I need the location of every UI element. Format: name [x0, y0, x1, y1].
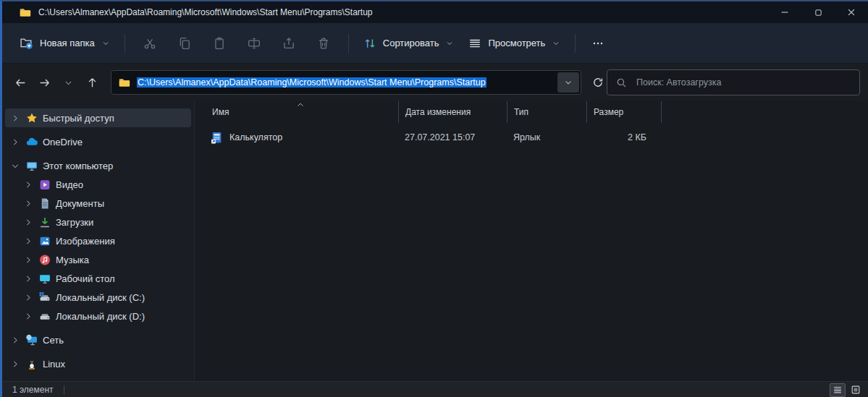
- recent-locations-button[interactable]: [57, 71, 79, 94]
- column-header-modified[interactable]: Дата изменения: [398, 101, 507, 123]
- chevron-right-icon[interactable]: [22, 199, 34, 208]
- more-options-button[interactable]: [583, 31, 613, 56]
- sidebar-item-label: OneDrive: [43, 137, 83, 148]
- toolbar-divider: [125, 34, 125, 53]
- chevron-right-icon[interactable]: [22, 293, 34, 302]
- sidebar-item-linux[interactable]: Linux: [5, 354, 191, 373]
- minimize-button[interactable]: [768, 1, 801, 23]
- column-header-label: Тип: [514, 107, 528, 117]
- cut-button[interactable]: [132, 30, 167, 56]
- sort-button[interactable]: Сортировать: [356, 31, 462, 56]
- folder-icon: [20, 7, 31, 18]
- paste-button[interactable]: [202, 30, 237, 56]
- copy-icon: [178, 37, 191, 50]
- back-button[interactable]: [9, 71, 31, 94]
- chevron-right-icon[interactable]: [22, 274, 34, 283]
- cut-icon: [143, 37, 156, 50]
- refresh-icon: [592, 77, 604, 88]
- sidebar-item-local-disk-d[interactable]: Локальный диск (D:): [5, 307, 191, 325]
- chevron-right-icon[interactable]: [22, 180, 34, 189]
- star-icon: [25, 112, 38, 124]
- file-list-pane: Имя Дата изменения Тип Размер: [195, 101, 868, 381]
- main-area: Быстрый доступ OneDrive Этот компьютер: [2, 101, 868, 381]
- share-button[interactable]: [271, 30, 306, 56]
- titlebar-title: C:\Users\Almanex\AppData\Roaming\Microso…: [2, 7, 373, 18]
- view-list-icon: [468, 37, 481, 50]
- paste-icon: [213, 37, 226, 50]
- downloads-icon: [38, 216, 51, 229]
- new-folder-label: Новая папка: [40, 38, 95, 48]
- sidebar-item-label: Быстрый доступ: [43, 113, 114, 124]
- address-input[interactable]: C:\Users\Almanex\AppData\Roaming\Microso…: [137, 77, 557, 87]
- sidebar-item-label: Рабочий стол: [56, 273, 115, 284]
- status-divider: [64, 385, 64, 394]
- column-header-size[interactable]: Размер: [586, 101, 661, 123]
- details-view-button[interactable]: [830, 383, 846, 397]
- sidebar-item-desktop[interactable]: Рабочий стол: [5, 269, 191, 288]
- file-type: Ярлык: [507, 132, 586, 142]
- sort-label: Сортировать: [383, 38, 439, 48]
- new-folder-button[interactable]: Новая папка: [12, 30, 117, 56]
- chevron-down-icon: [445, 39, 454, 48]
- address-path-selected-text: C:\Users\Almanex\AppData\Roaming\Microso…: [137, 77, 486, 87]
- delete-button[interactable]: [306, 30, 341, 56]
- chevron-right-icon[interactable]: [22, 312, 34, 321]
- search-box[interactable]: [607, 69, 860, 95]
- status-bar: 1 элемент: [2, 381, 868, 397]
- sidebar-item-label: Этот компьютер: [43, 161, 113, 171]
- forward-button[interactable]: [33, 71, 55, 94]
- maximize-icon: [814, 8, 823, 17]
- column-header-name[interactable]: Имя: [195, 101, 398, 123]
- chevron-down-icon: [64, 78, 73, 87]
- chevron-right-icon[interactable]: [22, 218, 34, 227]
- chevron-right-icon[interactable]: [9, 114, 21, 123]
- sidebar-item-documents[interactable]: Документы: [5, 194, 191, 213]
- up-button[interactable]: [81, 71, 103, 94]
- sidebar-item-this-pc[interactable]: Этот компьютер: [5, 156, 191, 175]
- chevron-right-icon[interactable]: [9, 359, 21, 369]
- file-name-cell: Калькулятор: [195, 132, 398, 144]
- sidebar-item-label: Видео: [56, 179, 83, 190]
- sidebar-item-videos[interactable]: Видео: [5, 175, 191, 194]
- sidebar-item-label: Linux: [43, 359, 65, 370]
- address-dropdown-button[interactable]: [557, 72, 579, 93]
- address-bar[interactable]: C:\Users\Almanex\AppData\Roaming\Microso…: [111, 70, 581, 95]
- column-header-label: Имя: [212, 107, 229, 117]
- folder-icon: [119, 77, 130, 88]
- sidebar-item-music[interactable]: Музыка: [5, 250, 191, 269]
- rename-button[interactable]: [237, 30, 271, 56]
- chevron-right-icon[interactable]: [9, 137, 21, 147]
- trash-icon: [317, 37, 330, 50]
- search-input[interactable]: [635, 77, 851, 88]
- sort-ascending-indicator: [296, 101, 305, 109]
- chevron-right-icon[interactable]: [9, 336, 21, 345]
- chevron-right-icon[interactable]: [22, 236, 34, 246]
- sidebar-item-quick-access[interactable]: Быстрый доступ: [5, 108, 191, 127]
- large-icons-view-button[interactable]: [848, 383, 864, 397]
- chevron-down-icon[interactable]: [9, 161, 21, 171]
- new-folder-icon: [20, 36, 33, 50]
- file-modified: 27.07.2021 15:07: [398, 132, 507, 142]
- details-view-icon: [833, 385, 843, 395]
- address-row: C:\Users\Almanex\AppData\Roaming\Microso…: [2, 64, 868, 101]
- drive-icon: [38, 310, 51, 323]
- chevron-down-icon: [552, 39, 560, 48]
- titlebar: C:\Users\Almanex\AppData\Roaming\Microso…: [2, 1, 868, 23]
- sidebar-item-downloads[interactable]: Загрузки: [5, 213, 191, 231]
- items-count: 1 элемент: [12, 385, 54, 395]
- chevron-right-icon[interactable]: [22, 255, 34, 265]
- ellipsis-icon: [592, 38, 604, 49]
- sidebar-item-network[interactable]: Сеть: [5, 330, 191, 349]
- view-button[interactable]: Просмотреть: [461, 31, 568, 56]
- desktop-icon: [38, 273, 51, 285]
- close-button[interactable]: [835, 1, 868, 23]
- sidebar-item-local-disk-c[interactable]: Локальный диск (C:): [5, 288, 191, 307]
- copy-button[interactable]: [167, 30, 202, 56]
- toolbar-divider: [348, 34, 349, 53]
- column-header-type[interactable]: Тип: [507, 101, 586, 123]
- maximize-button[interactable]: [801, 1, 835, 23]
- sidebar-item-onedrive[interactable]: OneDrive: [5, 132, 191, 151]
- file-row-calculator[interactable]: Калькулятор 27.07.2021 15:07 Ярлык 2 КБ: [195, 127, 868, 148]
- sidebar-item-label: Сеть: [43, 335, 64, 346]
- sidebar-item-pictures[interactable]: Изображения: [5, 231, 191, 250]
